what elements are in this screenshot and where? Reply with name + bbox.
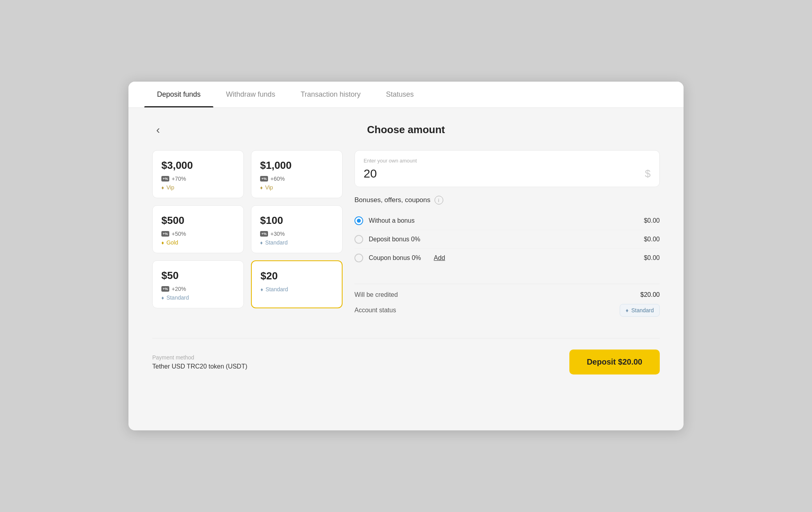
preset-card-3000[interactable]: $3,000 +% +70% ♦ Vip	[152, 150, 244, 198]
status-badge-value: Standard	[631, 307, 654, 313]
summary-credited-row: Will be credited $20.00	[354, 291, 660, 298]
radio-no-bonus[interactable]	[354, 216, 363, 225]
preset-card-100[interactable]: $100 +% +30% ♦ Standard	[251, 205, 343, 253]
payment-label: Payment method	[152, 354, 247, 361]
bonus-label-no-bonus: Without a bonus	[369, 217, 415, 224]
status-label: Account status	[354, 307, 396, 314]
payment-info: Payment method Tether USD TRC20 token (U…	[152, 354, 247, 370]
bonus-option-left-deposit: Deposit bonus 0%	[354, 235, 420, 244]
status-diamond-icon: ♦	[626, 307, 628, 313]
bonus-option-coupon[interactable]: Coupon bonus 0% Add $0.00	[354, 249, 660, 267]
bonus-option-no-bonus[interactable]: Without a bonus $0.00	[354, 212, 660, 230]
tab-withdraw[interactable]: Withdraw funds	[213, 82, 288, 107]
preset-cards-grid: $3,000 +% +70% ♦ Vip $1,000 +% +60%	[152, 150, 343, 308]
card-bonus-50: +% +20%	[161, 286, 235, 292]
diamond-icon-500: ♦	[161, 240, 164, 246]
payment-value: Tether USD TRC20 token (USDT)	[152, 363, 247, 370]
preset-card-50[interactable]: $50 +% +20% ♦ Standard	[152, 260, 244, 308]
deposit-button[interactable]: Deposit $20.00	[569, 350, 660, 374]
bonus-icon-500: +%	[161, 231, 169, 237]
card-amount-20: $20	[260, 270, 333, 282]
card-status-50: ♦ Standard	[161, 294, 235, 301]
bonus-amount-no-bonus: $0.00	[644, 217, 660, 224]
dollar-sign-icon: $	[645, 168, 651, 180]
divider-1	[354, 284, 660, 284]
tab-history[interactable]: Transaction history	[288, 82, 373, 107]
main-grid: $3,000 +% +70% ♦ Vip $1,000 +% +60%	[152, 150, 660, 322]
tab-deposit[interactable]: Deposit funds	[144, 82, 213, 107]
card-amount-50: $50	[161, 269, 235, 282]
card-amount-3000: $3,000	[161, 159, 235, 172]
card-status-100: ♦ Standard	[260, 239, 333, 246]
summary-status-row: Account status ♦ Standard	[354, 304, 660, 317]
custom-amount-label: Enter your own amount	[364, 158, 651, 164]
diamond-icon-50: ♦	[161, 295, 164, 301]
card-status-3000: ♦ Vip	[161, 184, 235, 191]
diamond-icon-20: ♦	[260, 287, 263, 292]
account-status-badge: ♦ Standard	[620, 304, 660, 317]
custom-amount-row: $	[364, 167, 651, 180]
content-area: ‹ Choose amount $3,000 +% +70% ♦ Vip	[128, 108, 684, 390]
card-status-20: ♦ Standard	[260, 286, 333, 292]
bonus-icon-1000: +%	[260, 176, 268, 181]
credited-value: $20.00	[640, 291, 660, 298]
bonus-label-coupon: Coupon bonus 0%	[369, 254, 421, 262]
bonus-icon-50: +%	[161, 286, 169, 292]
add-coupon-link[interactable]: Add	[434, 254, 445, 262]
bonus-amount-deposit: $0.00	[644, 236, 660, 243]
diamond-icon-100: ♦	[260, 240, 263, 246]
page-header: ‹ Choose amount	[152, 124, 660, 136]
bonus-option-left-no-bonus: Without a bonus	[354, 216, 415, 225]
page-title: Choose amount	[367, 124, 445, 136]
bonuses-title: Bonuses, offers, coupons	[354, 196, 431, 204]
info-icon[interactable]: i	[435, 196, 443, 204]
card-bonus-1000: +% +60%	[260, 176, 333, 182]
tab-statuses[interactable]: Statuses	[373, 82, 427, 107]
custom-amount-box: Enter your own amount $	[354, 150, 660, 187]
preset-card-500[interactable]: $500 +% +50% ♦ Gold	[152, 205, 244, 253]
bonus-label-deposit: Deposit bonus 0%	[369, 236, 420, 243]
tabs-bar: Deposit funds Withdraw funds Transaction…	[128, 82, 684, 108]
back-button[interactable]: ‹	[152, 123, 164, 137]
credited-label: Will be credited	[354, 291, 398, 298]
radio-deposit-bonus[interactable]	[354, 235, 363, 244]
card-status-500: ♦ Gold	[161, 239, 235, 246]
bonus-option-left-coupon: Coupon bonus 0% Add	[354, 254, 445, 262]
main-window: Deposit funds Withdraw funds Transaction…	[128, 82, 684, 430]
card-bonus-100: +% +30%	[260, 231, 333, 237]
diamond-icon-1000: ♦	[260, 185, 263, 191]
card-status-1000: ♦ Vip	[260, 184, 333, 191]
bonuses-header: Bonuses, offers, coupons i	[354, 196, 660, 204]
card-amount-100: $100	[260, 214, 333, 227]
radio-coupon-bonus[interactable]	[354, 254, 363, 262]
bonus-icon-100: +%	[260, 231, 268, 237]
preset-card-1000[interactable]: $1,000 +% +60% ♦ Vip	[251, 150, 343, 198]
card-bonus-500: +% +50%	[161, 231, 235, 237]
card-bonus-3000: +% +70%	[161, 176, 235, 182]
diamond-icon-3000: ♦	[161, 185, 164, 191]
right-panel: Enter your own amount $ Bonuses, offers,…	[354, 150, 660, 322]
card-amount-1000: $1,000	[260, 159, 333, 172]
bonus-option-deposit[interactable]: Deposit bonus 0% $0.00	[354, 230, 660, 249]
bonus-amount-coupon: $0.00	[644, 254, 660, 262]
card-amount-500: $500	[161, 214, 235, 227]
preset-card-20[interactable]: $20 ♦ Standard	[251, 260, 343, 308]
bonuses-section: Bonuses, offers, coupons i Without a bon…	[354, 196, 660, 267]
bonus-icon-3000: +%	[161, 176, 169, 181]
custom-amount-input[interactable]	[364, 167, 593, 180]
bottom-bar: Payment method Tether USD TRC20 token (U…	[152, 338, 660, 374]
